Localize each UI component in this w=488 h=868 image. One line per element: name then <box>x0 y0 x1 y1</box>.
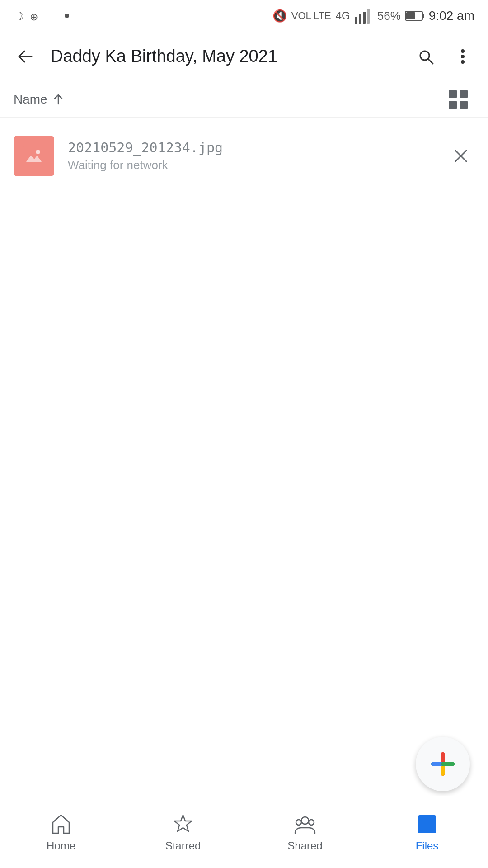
mute-icon: 🔇 <box>272 9 287 23</box>
nav-item-files[interactable]: Files <box>366 796 488 868</box>
back-button[interactable] <box>9 40 42 73</box>
svg-rect-32 <box>418 815 436 833</box>
file-thumbnail <box>14 136 54 176</box>
bottom-nav: Home Starred Shared Files <box>0 796 488 868</box>
sort-bar: Name <box>0 81 488 118</box>
table-row[interactable]: 20210529_201234.jpg Waiting for network <box>0 127 488 185</box>
svg-rect-3 <box>355 17 357 24</box>
svg-line-11 <box>428 59 433 64</box>
svg-point-30 <box>296 820 301 825</box>
nav-item-home[interactable]: Home <box>0 796 122 868</box>
more-options-button[interactable] <box>446 40 479 73</box>
sort-control[interactable]: Name <box>14 92 65 107</box>
app-bar: Daddy Ka Birthday, May 2021 <box>0 32 488 81</box>
nav-item-shared[interactable]: Shared <box>244 796 366 868</box>
sort-direction-icon <box>52 93 65 106</box>
nav-item-starred[interactable]: Starred <box>122 796 244 868</box>
status-time: 9:02 am <box>429 9 474 23</box>
svg-rect-6 <box>367 9 370 24</box>
image-icon <box>23 145 45 167</box>
svg-rect-8 <box>422 14 424 18</box>
svg-rect-17 <box>449 101 457 109</box>
svg-text:☽: ☽ <box>14 9 24 23</box>
svg-rect-5 <box>363 12 366 24</box>
file-list: 20210529_201234.jpg Waiting for network <box>0 118 488 194</box>
svg-point-20 <box>36 150 40 154</box>
plus-icon <box>429 750 456 778</box>
sort-by-label: Name <box>14 92 47 107</box>
notification-icons: ☽ ⊕ <box>14 8 77 24</box>
star-icon <box>171 812 195 836</box>
svg-point-12 <box>461 49 465 53</box>
file-info: 20210529_201234.jpg Waiting for network <box>68 140 434 172</box>
cancel-upload-button[interactable] <box>447 142 474 170</box>
shared-icon <box>293 812 317 836</box>
file-name: 20210529_201234.jpg <box>68 140 434 156</box>
nav-label-files: Files <box>416 840 439 852</box>
svg-point-31 <box>309 820 314 825</box>
network-type: 4G <box>336 9 350 22</box>
file-upload-status: Waiting for network <box>68 158 434 172</box>
svg-rect-19 <box>23 146 44 166</box>
status-bar-right: 🔇 VOL LTE 4G 56% 9:02 am <box>272 8 474 24</box>
svg-point-14 <box>461 60 465 64</box>
view-toggle-button[interactable] <box>442 83 474 116</box>
svg-rect-16 <box>460 90 468 98</box>
home-icon <box>49 812 73 836</box>
battery-icon <box>405 10 424 21</box>
nav-label-home: Home <box>47 840 75 852</box>
status-bar-left: ☽ ⊕ <box>14 8 77 24</box>
files-icon <box>415 812 439 836</box>
signal-bars-icon <box>355 8 373 24</box>
svg-text:⊕: ⊕ <box>30 11 38 23</box>
page-title: Daddy Ka Birthday, May 2021 <box>51 47 400 66</box>
svg-rect-15 <box>449 90 457 98</box>
signal-text: VOL LTE <box>291 10 331 22</box>
nav-label-starred: Starred <box>165 840 201 852</box>
grid-view-icon <box>447 88 469 111</box>
nav-label-shared: Shared <box>287 840 322 852</box>
svg-point-2 <box>65 14 69 18</box>
svg-point-13 <box>461 55 465 58</box>
battery-percent: 56% <box>377 9 401 23</box>
svg-rect-4 <box>359 14 361 24</box>
app-bar-actions <box>409 40 479 73</box>
svg-rect-18 <box>460 101 468 109</box>
new-button[interactable] <box>416 737 470 791</box>
svg-point-29 <box>301 817 309 824</box>
search-button[interactable] <box>409 40 442 73</box>
svg-rect-9 <box>406 12 415 19</box>
status-bar: ☽ ⊕ 🔇 VOL LTE 4G 56% 9:02 am <box>0 0 488 32</box>
